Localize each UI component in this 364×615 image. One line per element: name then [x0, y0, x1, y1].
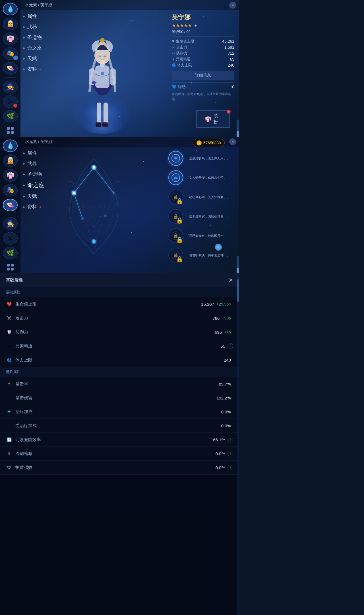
stats-row-atk: ⚔️ 攻击力 786 +905 — [0, 311, 239, 325]
scroll-thumb-1[interactable] — [237, 131, 239, 137]
stats-shield-help[interactable]: ? — [228, 465, 233, 470]
svg-line-25 — [74, 193, 82, 219]
close-button-2[interactable]: × — [229, 138, 236, 145]
stats-scrollbar-thumb[interactable] — [237, 279, 239, 302]
nav-talent[interactable]: 天赋 — [23, 55, 42, 62]
avatar-6[interactable]: ⚔ — [3, 95, 18, 108]
constellation-5[interactable]: 🔒 「我已有觉察，他名即是一！」 — [166, 227, 234, 244]
nav-info-2[interactable]: 资料 ● — [23, 204, 44, 210]
def-icon: 🛡 — [172, 51, 175, 55]
svg-point-16 — [105, 43, 107, 46]
stats-close-button[interactable]: ✕ — [228, 277, 233, 284]
def-value: 712 — [228, 51, 234, 56]
hp-value: 45,261 — [222, 39, 234, 44]
stats-atk-base: 786 — [212, 316, 220, 321]
nav-attributes[interactable]: 属性 — [23, 13, 42, 20]
grid-button[interactable] — [3, 124, 18, 137]
constellation-3[interactable]: 🔒 「秘密藏心间，无人知我名。」 — [166, 188, 234, 206]
stats-hp-icon: ❤️ — [6, 301, 13, 308]
svg-rect-21 — [11, 264, 14, 266]
svg-line-27 — [105, 193, 114, 216]
nav-constellation-2[interactable]: 命之座 — [23, 181, 44, 189]
outfit-icon: 👘 — [205, 116, 211, 122]
nav-artifacts[interactable]: 圣遗物 — [23, 34, 42, 41]
svg-rect-2 — [7, 131, 10, 134]
svg-text:🔒: 🔒 — [173, 214, 179, 219]
avatar-2-2[interactable]: 👘 — [3, 169, 18, 182]
nav-talent-2[interactable]: 天赋 — [23, 193, 44, 200]
svg-line-26 — [82, 216, 105, 219]
stats-cd-icon: ❄ — [6, 450, 13, 457]
avatar-4[interactable]: 👒 — [3, 62, 18, 75]
const-circle-2 — [168, 170, 183, 185]
stats-stamina-label: 体力上限 — [15, 357, 224, 363]
close-button[interactable]: × — [229, 2, 236, 9]
const-text-2: 「女人诺善变，仿若水中萍。」 — [186, 176, 232, 180]
svg-rect-20 — [7, 264, 10, 266]
avatar-5[interactable]: 🧙 — [3, 81, 18, 93]
nav-talent-label: 天赋 — [27, 55, 37, 62]
svg-point-39 — [104, 215, 106, 217]
avatar-furina-2[interactable]: 👒 — [3, 199, 18, 211]
stats-panel-title: 基础属性 — [6, 278, 23, 283]
stats-row-cd: ❄ 冷却缩减 0.0% ? — [0, 447, 239, 461]
friendship-icon: 💙 — [172, 85, 177, 89]
stats-hp-base: 15,307 — [201, 302, 214, 307]
stats-header: 基础属性 ✕ — [0, 273, 239, 287]
avatar-7-2[interactable]: 🌿 — [3, 247, 18, 259]
stat-def: 🛡 防御力 712 — [172, 51, 234, 56]
const-circle-6: 🔒 — [168, 248, 183, 263]
nav-constellation[interactable]: 命之座 — [23, 45, 42, 51]
avatar-7[interactable]: 🌿 — [3, 110, 18, 123]
stats-inc-healing-icon — [6, 422, 13, 429]
const-circle-3: 🔒 — [168, 190, 183, 204]
nav-weapon-2[interactable]: 武器 — [23, 160, 44, 167]
nav-attr-2[interactable]: 属性 — [23, 150, 44, 156]
const-circle-5: 🔒 — [168, 228, 183, 243]
svg-point-19 — [101, 72, 104, 75]
nav-artifacts-2[interactable]: 圣遗物 — [23, 171, 44, 177]
avatar-3[interactable]: 🎭 — [3, 47, 18, 60]
info-notification: ● — [39, 67, 42, 71]
nav-artifacts-label: 圣遗物 — [27, 34, 42, 41]
stats-cd-label: 冷却缩减 — [15, 451, 216, 456]
avatar-1[interactable]: 🧝 — [3, 18, 18, 30]
constellation-1[interactable]: 「爱是难驯鸟，衰乏亦无用。」 — [166, 150, 234, 167]
stats-crit-rate-label: 暴击率 — [15, 381, 219, 387]
grid-button-2[interactable] — [3, 261, 18, 274]
detail-button[interactable]: 详细信息 — [172, 71, 234, 80]
avatar-6-2[interactable]: ⚔ — [3, 232, 18, 245]
constellation-4[interactable]: 🔒 「若非处幽冥，怎知生可贵！」 — [166, 208, 234, 225]
stats-cd-help[interactable]: ? — [228, 451, 233, 456]
svg-point-14 — [100, 38, 105, 43]
stat-atk: ⚔ 攻击力 1,691 — [172, 45, 234, 50]
avatar-1-2[interactable]: 🧝 — [3, 154, 18, 167]
stats-scrollbar[interactable] — [237, 273, 239, 615]
stats-row-crit-rate: ✦ 暴击率 89.7% — [0, 377, 239, 391]
character-sprite-area — [34, 10, 171, 137]
coin-icon: ● — [197, 140, 202, 145]
divider-2 — [5, 214, 16, 214]
scroll-thumb-2[interactable] — [237, 268, 239, 273]
nav-weapon[interactable]: 武器 — [23, 24, 42, 30]
stats-er-help[interactable]: ? — [228, 437, 233, 442]
constellation-svg — [48, 153, 139, 261]
stat-em: ✦ 元素精通 65 — [172, 57, 234, 62]
scroll-track-1[interactable] — [237, 120, 239, 137]
water-element-icon[interactable]: 💧 — [3, 3, 18, 15]
outfit-button[interactable]: 👘 装扮 ! — [196, 110, 230, 128]
avatar-2[interactable]: 👘 — [3, 32, 18, 45]
breadcrumb: 水元素 / 芙宁娜 — [25, 3, 52, 8]
water-element-icon-2[interactable]: 💧 — [3, 140, 18, 152]
friendship-row: 💙 好感 10 — [172, 82, 234, 89]
nav-info[interactable]: 资料 ● — [23, 66, 42, 72]
constellation-6[interactable]: 🔒 「诸君听我谈，共举爱之杯！」 — [166, 247, 234, 264]
svg-line-24 — [74, 167, 94, 193]
avatar-3-2[interactable]: 🎭 — [3, 184, 18, 196]
stats-er-value: 166.1% — [211, 437, 225, 442]
constellation-2[interactable]: 「女人诺善变，仿若水中萍。」 — [166, 169, 234, 186]
scroll-track-2[interactable] — [237, 256, 239, 273]
avatar-5-2[interactable]: 🧙 — [3, 217, 18, 230]
stats-em-help[interactable]: ? — [228, 343, 233, 349]
stats-row-er: 🔄 元素充能效率 166.1% ? — [0, 433, 239, 447]
